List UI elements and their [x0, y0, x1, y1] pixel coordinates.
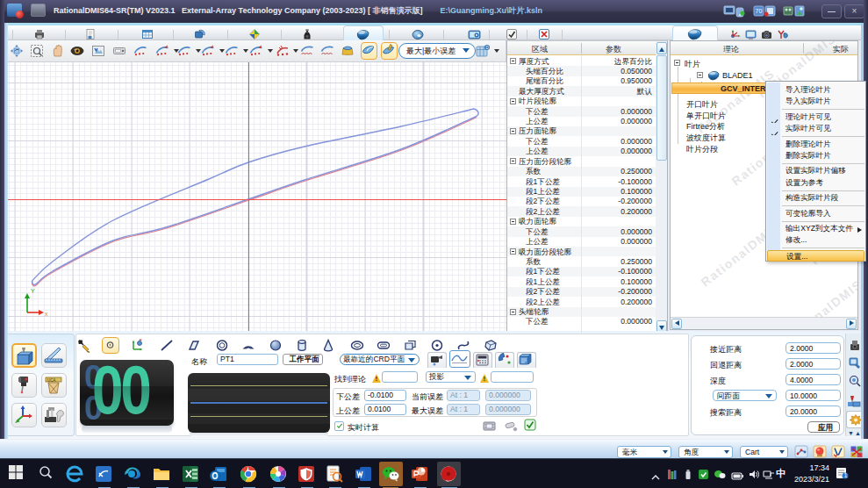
svg-text:70: 70 [756, 8, 763, 14]
svg-text:UCA: UCA [47, 378, 56, 383]
svg-text:Y: Y [31, 288, 35, 294]
svg-text:1: 1 [844, 472, 848, 478]
svg-text:x: x [45, 311, 48, 317]
